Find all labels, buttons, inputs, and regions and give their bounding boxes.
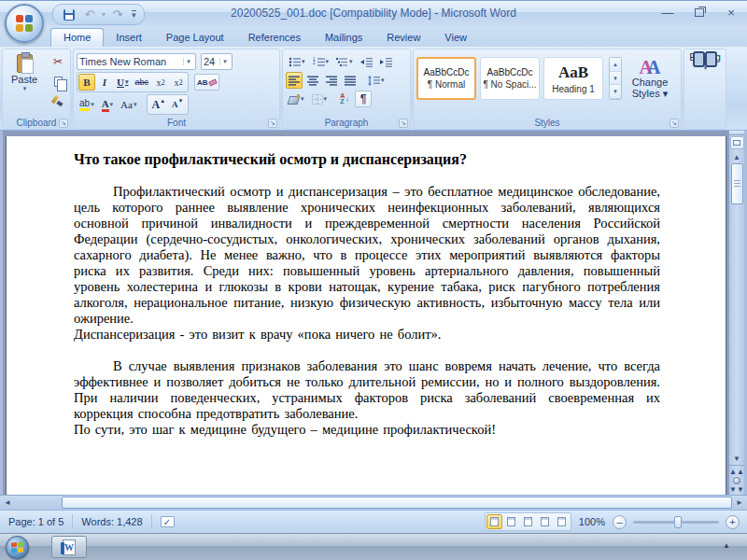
show-formatting-marks-button[interactable]: ¶ — [355, 91, 372, 107]
change-case-button[interactable]: Aa▾ — [118, 96, 139, 113]
font-color-dropdown[interactable]: ▾ — [110, 101, 114, 108]
status-bar: Page: 1 of 5 Words: 1,428 ✓ 100% – + — [0, 510, 747, 533]
vertical-scroll-thumb[interactable] — [731, 163, 743, 204]
paste-icon — [17, 54, 33, 73]
office-button[interactable] — [5, 4, 44, 43]
clear-formatting-button[interactable]: AB — [194, 74, 219, 91]
borders-button[interactable]: ▾ — [309, 91, 331, 107]
font-name-combobox[interactable]: Times New Roman ▾ — [77, 53, 196, 70]
justify-button[interactable] — [342, 72, 359, 89]
underline-button[interactable]: U▾ — [114, 74, 131, 91]
font-size-combobox[interactable]: 24 ▾ — [201, 53, 233, 70]
split-handle[interactable] — [729, 131, 744, 135]
decrease-indent-button[interactable] — [358, 53, 375, 70]
numbering-button[interactable]: 12 ▾ — [310, 53, 332, 70]
styles-scroll-up[interactable]: ▲ — [610, 58, 621, 72]
format-painter-icon — [52, 95, 63, 106]
style-heading-1[interactable]: AaB Heading 1 — [543, 57, 603, 100]
horizontal-scroll-thumb[interactable] — [62, 497, 732, 509]
highlight-dropdown[interactable]: ▾ — [91, 101, 94, 108]
align-left-button[interactable] — [286, 72, 303, 89]
line-spacing-button[interactable]: ▾ — [365, 72, 388, 89]
outline-view-button[interactable] — [537, 514, 553, 529]
tab-mailings[interactable]: Mailings — [313, 29, 374, 47]
styles-dialog-launcher[interactable]: ↘ — [669, 119, 679, 128]
paragraph-dialog-launcher[interactable]: ↘ — [399, 119, 408, 128]
align-center-button[interactable] — [304, 72, 321, 89]
tab-references[interactable]: References — [236, 29, 313, 47]
font-name-dropdown[interactable]: ▾ — [183, 58, 193, 65]
styles-gallery-more[interactable]: ▼ — [610, 85, 621, 99]
next-page-button[interactable]: ▼▼ — [729, 486, 744, 493]
tab-page-layout[interactable]: Page Layout — [154, 29, 236, 47]
full-screen-reading-view-button[interactable] — [503, 514, 519, 529]
vertical-scrollbar[interactable]: ▲ ▼ ▲▲ ▼▼ — [728, 131, 744, 495]
scroll-down-button[interactable]: ▼ — [729, 452, 744, 465]
superscript-button[interactable]: x2 — [170, 74, 187, 91]
ruler-toggle-button[interactable] — [730, 136, 744, 149]
style-no-spacing[interactable]: AaBbCcDc ¶ No Spaci... — [480, 57, 540, 100]
shading-button[interactable]: ▾ — [286, 91, 307, 107]
tab-view[interactable]: View — [432, 29, 479, 47]
start-button[interactable] — [6, 536, 29, 559]
font-size-dropdown[interactable]: ▾ — [219, 58, 230, 65]
tab-home[interactable]: Home — [50, 28, 104, 47]
change-case-dropdown[interactable]: ▾ — [134, 101, 137, 108]
select-browse-object-button[interactable] — [733, 477, 740, 484]
window-title: 20200525_001.doc [Compatibility Mode] - … — [0, 7, 747, 20]
proofing-status[interactable]: ✓ — [152, 514, 183, 529]
decrease-indent-icon — [360, 57, 373, 67]
document-page[interactable]: Что такое профилактический осмотр и дисп… — [7, 136, 726, 495]
restore-button[interactable] — [689, 5, 710, 20]
grow-font-button[interactable]: A▲ — [148, 96, 168, 113]
bullets-button[interactable]: ▾ — [286, 53, 308, 70]
zoom-slider-thumb[interactable] — [674, 516, 682, 528]
print-layout-view-button[interactable] — [486, 514, 502, 529]
tab-insert[interactable]: Insert — [104, 29, 154, 47]
close-button[interactable]: × — [721, 5, 741, 20]
zoom-in-button[interactable]: + — [726, 515, 740, 529]
multilevel-list-button[interactable]: ▾ — [333, 53, 356, 70]
font-color-button[interactable]: A▾ — [99, 96, 116, 113]
doc-paragraph-3: В случае выявления признаков заболевания… — [74, 358, 660, 422]
taskbar-word-button[interactable]: W — [51, 536, 87, 558]
copy-button[interactable] — [49, 73, 66, 90]
horizontal-scrollbar[interactable]: ◄ ► — [0, 495, 747, 510]
subscript-button[interactable]: x2 — [152, 74, 169, 91]
cut-button[interactable]: ✂ — [49, 53, 66, 70]
previous-page-button[interactable]: ▲▲ — [729, 469, 744, 475]
page-indicator[interactable]: Page: 1 of 5 — [0, 514, 72, 529]
clipboard-dialog-launcher[interactable]: ↘ — [59, 119, 68, 128]
style-normal[interactable]: AaBbCcDc ¶ Normal — [416, 57, 476, 100]
bold-button[interactable]: B — [78, 74, 95, 91]
align-left-icon — [289, 76, 300, 86]
paste-button[interactable]: Paste ▾ — [6, 51, 43, 93]
minimize-button[interactable]: — — [657, 5, 678, 20]
editing-button[interactable]: Editing ▾ — [689, 51, 721, 72]
paste-dropdown[interactable]: ▾ — [23, 85, 27, 92]
increase-indent-button[interactable] — [377, 53, 395, 70]
sort-button[interactable]: AZ ↓ — [336, 91, 353, 107]
underline-dropdown[interactable]: ▾ — [125, 78, 129, 86]
strikethrough-button[interactable]: abc — [132, 74, 151, 91]
tab-review[interactable]: Review — [374, 29, 432, 47]
web-layout-view-button[interactable] — [520, 514, 536, 529]
word-count[interactable]: Words: 1,428 — [73, 514, 150, 529]
zoom-out-button[interactable]: – — [613, 515, 627, 529]
tray-expand-button[interactable]: ▲ — [723, 541, 730, 550]
font-dialog-launcher[interactable]: ↘ — [268, 119, 277, 128]
scroll-left-button[interactable]: ◄ — [0, 496, 15, 510]
scroll-up-button[interactable]: ▲ — [729, 150, 744, 163]
zoom-level[interactable]: 100% — [571, 516, 613, 527]
draft-view-button[interactable] — [554, 514, 570, 529]
zoom-slider[interactable] — [633, 521, 719, 524]
format-painter-button[interactable] — [49, 92, 66, 109]
italic-button[interactable]: I — [96, 74, 113, 91]
text-highlight-button[interactable]: ab▾ — [77, 96, 97, 113]
outline-icon — [541, 517, 549, 526]
shrink-font-button[interactable]: A▼ — [169, 96, 186, 113]
styles-scroll-down[interactable]: ▼ — [610, 72, 621, 86]
align-right-button[interactable] — [323, 72, 340, 89]
change-styles-button[interactable]: AA Change Styles ▾ — [626, 58, 674, 100]
scroll-right-button[interactable]: ► — [732, 496, 747, 510]
